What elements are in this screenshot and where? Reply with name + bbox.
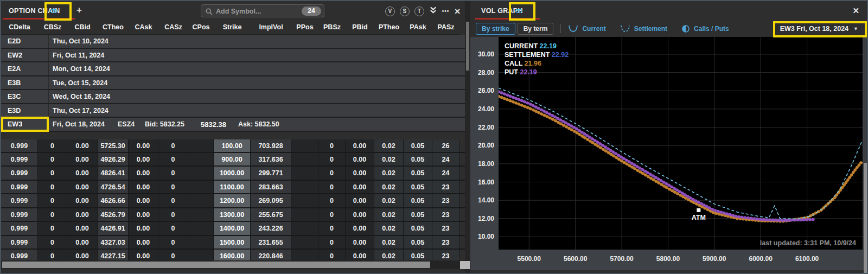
cell-pbsz[interactable]: 0 [318, 250, 346, 260]
cell-pbsz[interactable]: 0 [318, 139, 346, 152]
cell-pask[interactable]: 0.05 [404, 236, 432, 248]
cell-cbsz[interactable]: 0 [38, 139, 67, 152]
cell-ppos[interactable] [291, 181, 318, 193]
cell-pbid[interactable]: 0.00 [346, 139, 374, 152]
cell-implvol[interactable]: 255.675 [251, 208, 291, 221]
cell-pbid[interactable]: 0.00 [346, 250, 374, 260]
column-header-cpos[interactable]: CPos [188, 21, 214, 34]
cell-cask[interactable]: 0.00 [129, 208, 158, 221]
calls-puts-toggle[interactable]: Calls / Puts [681, 24, 729, 33]
cell-pbid[interactable]: 0.00 [346, 236, 374, 248]
cell-pask[interactable]: 0.05 [404, 139, 432, 152]
cell-pbsz[interactable]: 0 [318, 153, 346, 165]
cell-cpos[interactable] [188, 139, 214, 152]
cell-ptheo[interactable]: 0.02 [374, 194, 404, 207]
cell-cask[interactable]: 0.00 [129, 236, 158, 248]
cell-cask[interactable]: 0.00 [129, 167, 158, 179]
cell-pask[interactable]: 0.05 [404, 153, 432, 165]
cell-cdelta[interactable]: 0.999 [1, 222, 38, 234]
expiration-row-e2a[interactable]: E2AMon, Oct 14, 2024 [1, 62, 465, 77]
collapse-double-chevron-icon[interactable] [429, 6, 437, 16]
cell-implvol[interactable]: 269.095 [251, 194, 291, 207]
cell-cbsz[interactable]: 0 [38, 208, 67, 221]
column-header-pask[interactable]: PAsk [404, 21, 432, 34]
cell-ptheo[interactable]: 0.02 [374, 153, 404, 165]
cell-strike[interactable]: 1600.00 [214, 250, 251, 260]
cell-ctheo[interactable]: 4726.54 [98, 181, 129, 193]
cell-cbid[interactable]: 0.00 [67, 250, 98, 260]
cell-ppos[interactable] [291, 236, 318, 248]
add-symbol-search[interactable]: Add Symbol... 24 [201, 4, 324, 17]
cell-cpos[interactable] [188, 153, 214, 165]
link-icon[interactable] [514, 7, 524, 15]
cell-casz[interactable]: 0 [158, 167, 188, 179]
column-header-pbsz[interactable]: PBSz [318, 21, 346, 34]
cell-casz[interactable]: 0 [158, 153, 188, 165]
cell-cbsz[interactable]: 0 [38, 181, 67, 193]
column-header-ppos[interactable]: PPos [291, 21, 318, 34]
cell-pasz[interactable]: 24 [432, 153, 459, 165]
cell-pasz[interactable]: 23 [432, 250, 459, 260]
cell-strike[interactable]: 1500.00 [214, 236, 251, 248]
cell-pbsz[interactable]: 0 [318, 222, 346, 234]
close-icon[interactable]: ✕ [454, 7, 461, 16]
cell-cask[interactable]: 0.00 [129, 250, 158, 260]
cell-strike[interactable]: 1300.00 [214, 208, 251, 221]
cell-cbsz[interactable]: 0 [38, 153, 67, 165]
cell-pask[interactable]: 0.05 [404, 250, 432, 260]
cell-cbsz[interactable]: 0 [38, 167, 67, 179]
cell-strike[interactable]: 900.00 [214, 153, 251, 165]
cell-strike[interactable]: 1400.00 [214, 222, 251, 234]
cell-ctheo[interactable]: 4426.91 [98, 222, 129, 234]
cell-ctheo[interactable]: 4526.79 [98, 208, 129, 221]
cell-cpos[interactable] [188, 194, 214, 207]
cell-pasz[interactable]: 23 [432, 194, 459, 207]
cell-casz[interactable]: 0 [158, 250, 188, 260]
cell-implvol[interactable]: 243.226 [251, 222, 291, 234]
column-header-strike[interactable]: Strike [214, 21, 251, 34]
cell-ptheo[interactable]: 0.02 [374, 208, 404, 221]
cell-ctheo[interactable]: 4926.29 [98, 153, 129, 165]
vertical-scrollbar-thumb[interactable] [466, 22, 469, 71]
cell-implvol[interactable]: 220.846 [251, 250, 291, 260]
cell-casz[interactable]: 0 [158, 236, 188, 248]
cell-cbid[interactable]: 0.00 [67, 222, 98, 234]
cell-pbsz[interactable]: 0 [318, 194, 346, 207]
cell-strike[interactable]: 1100.00 [214, 181, 251, 193]
cell-ptheo[interactable]: 0.02 [374, 236, 404, 248]
current-toggle[interactable]: Current [568, 25, 605, 33]
cell-pbsz[interactable]: 0 [318, 181, 346, 193]
cell-cdelta[interactable]: 0.999 [1, 181, 38, 193]
cell-cdelta[interactable]: 0.999 [1, 139, 38, 152]
cell-cdelta[interactable]: 0.999 [1, 167, 38, 179]
cell-pbid[interactable]: 0.00 [346, 222, 374, 234]
expiration-code[interactable]: E3B [1, 77, 49, 90]
expiration-row-e3b[interactable]: E3BTue, Oct 15, 2024 [1, 77, 465, 91]
cell-implvol[interactable]: 703.928 [251, 139, 291, 152]
column-header-pbid[interactable]: PBid [346, 21, 374, 34]
cell-pask[interactable]: 0.05 [404, 194, 432, 207]
expiration-code[interactable]: E2A [1, 62, 49, 75]
by-term-button[interactable]: By term [518, 23, 554, 35]
cell-cask[interactable]: 0.00 [129, 153, 158, 165]
cell-implvol[interactable]: 231.655 [251, 236, 291, 248]
cell-pasz[interactable]: 23 [432, 208, 459, 221]
cell-pask[interactable]: 0.05 [404, 181, 432, 193]
more-options-icon[interactable]: ••• [442, 8, 450, 14]
column-header-ptheo[interactable]: PTheo [374, 21, 404, 34]
cell-ptheo[interactable]: 0.02 [374, 167, 404, 179]
expiration-row-e3d[interactable]: E3DThu, Oct 17, 2024 [1, 104, 465, 118]
cell-cbsz[interactable]: 0 [38, 222, 67, 234]
column-header-casz[interactable]: CASz [158, 21, 188, 34]
cell-casz[interactable]: 0 [158, 208, 188, 221]
cell-pbid[interactable]: 0.00 [346, 208, 374, 221]
cell-pasz[interactable]: 24 [432, 167, 459, 179]
cell-ppos[interactable] [291, 250, 318, 260]
horizontal-scrollbar[interactable] [1, 260, 465, 269]
cell-pbsz[interactable]: 0 [318, 208, 346, 221]
cell-cbsz[interactable]: 0 [38, 250, 67, 260]
cell-ppos[interactable] [291, 167, 318, 179]
cell-cbsz[interactable]: 0 [38, 236, 67, 248]
column-header-ctheo[interactable]: CTheo [98, 21, 129, 34]
cell-ptheo[interactable]: 0.02 [374, 222, 404, 234]
